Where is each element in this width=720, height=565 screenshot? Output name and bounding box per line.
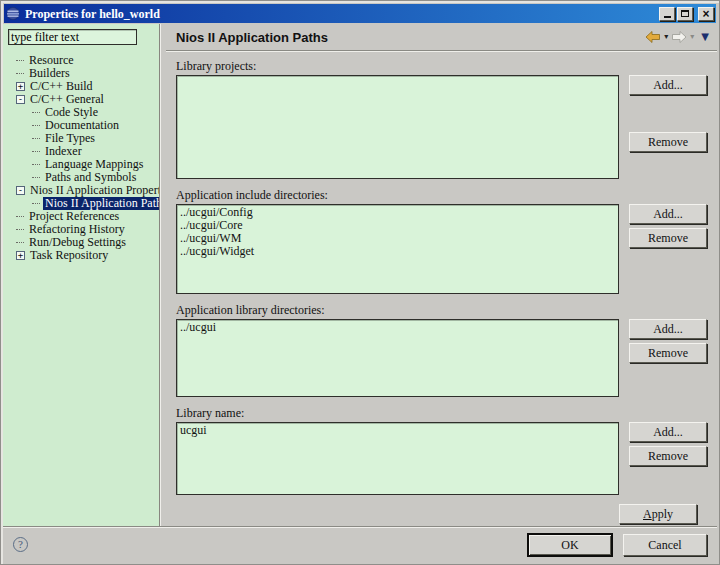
dialog-body: Resource Builders + C/C++ Build - C/C++ … [3, 24, 717, 526]
page-header: Nios II Application Paths ▾ ▾ ▼ [166, 24, 717, 51]
cancel-button[interactable]: Cancel [623, 534, 707, 556]
filter-input[interactable] [8, 29, 137, 45]
path-listbox[interactable]: ../ucgui/Config../ucgui/Core../ucgui/WM.… [176, 204, 619, 294]
section-buttons: Add... Remove [619, 319, 707, 397]
help-icon[interactable]: ? [13, 537, 28, 552]
path-listbox[interactable]: ucgui [176, 422, 619, 495]
tree-connector [32, 164, 40, 165]
tree-connector [32, 203, 40, 204]
list-item[interactable]: ../ucgui/Config [177, 206, 618, 219]
add-button[interactable]: Add... [629, 75, 707, 95]
dialog-footer: ? OK Cancel [3, 526, 717, 562]
expander-icon[interactable]: - [16, 186, 25, 195]
footer-buttons: OK Cancel [528, 534, 707, 556]
path-section: Library name: ucgui Add... Remove [176, 406, 707, 495]
list-item[interactable]: ../ucgui [177, 321, 618, 334]
add-button[interactable]: Add... [629, 204, 707, 224]
page-title: Nios II Application Paths [176, 30, 646, 45]
section-label: Application include directories: [176, 188, 707, 202]
ok-button[interactable]: OK [528, 534, 612, 556]
sidebar: Resource Builders + C/C++ Build - C/C++ … [3, 24, 160, 526]
properties-page: Nios II Application Paths ▾ ▾ ▼ Library … [166, 24, 717, 526]
forward-dropdown-icon[interactable]: ▾ [690, 33, 694, 41]
titlebar[interactable]: Properties for hello_world × [4, 4, 716, 23]
remove-button[interactable]: Remove [629, 446, 707, 466]
tree-item[interactable]: + Task Repository [8, 249, 159, 262]
list-item[interactable]: ../ucgui/Widget [177, 245, 618, 258]
tree-connector [16, 73, 24, 74]
view-menu-icon[interactable]: ▼ [701, 32, 709, 42]
tree-connector [16, 229, 24, 230]
remove-button[interactable]: Remove [629, 228, 707, 248]
minimize-button[interactable] [659, 7, 675, 21]
list-item[interactable]: ../ucgui/Core [177, 219, 618, 232]
path-section: Application library directories: ../ucgu… [176, 303, 707, 397]
minimize-icon [664, 16, 671, 18]
forward-arrow-icon[interactable] [672, 31, 686, 43]
add-button[interactable]: Add... [629, 422, 707, 442]
section-label: Application library directories: [176, 303, 707, 317]
maximize-button[interactable] [677, 7, 693, 21]
back-dropdown-icon[interactable]: ▾ [664, 33, 668, 41]
eclipse-icon [6, 7, 21, 20]
section-label: Library projects: [176, 59, 707, 73]
expander-icon[interactable]: + [16, 82, 25, 91]
tree-connector [32, 138, 40, 139]
path-section: Application include directories: ../ucgu… [176, 188, 707, 294]
path-listbox[interactable] [176, 75, 619, 179]
section-label: Library name: [176, 406, 707, 420]
close-button[interactable]: × [698, 7, 714, 21]
remove-button[interactable]: Remove [629, 132, 707, 152]
back-arrow-icon[interactable] [646, 31, 660, 43]
window-controls: × [659, 7, 714, 21]
tree-connector [16, 216, 24, 217]
tree-connector [32, 112, 40, 113]
section-buttons: Add... Remove [619, 204, 707, 294]
list-item[interactable]: ucgui [177, 424, 618, 437]
apply-button[interactable]: Apply [619, 504, 697, 524]
expander-icon[interactable]: + [16, 251, 25, 260]
tree-connector [16, 60, 24, 61]
path-listbox[interactable]: ../ucgui [176, 319, 619, 397]
path-section: Library projects: Add... Remove [176, 59, 707, 179]
tree-connector [16, 242, 24, 243]
window-title: Properties for hello_world [25, 7, 655, 21]
remove-button[interactable]: Remove [629, 343, 707, 363]
section-buttons: Add... Remove [619, 75, 707, 179]
section-buttons: Add... Remove [619, 422, 707, 495]
tree-connector [32, 177, 40, 178]
add-button[interactable]: Add... [629, 319, 707, 339]
properties-tree: Resource Builders + C/C++ Build - C/C++ … [8, 54, 159, 262]
maximize-icon [681, 10, 689, 17]
tree-connector [32, 125, 40, 126]
expander-icon[interactable]: - [16, 95, 25, 104]
properties-dialog: Properties for hello_world × Resource Bu… [0, 0, 720, 565]
close-icon: × [702, 9, 709, 19]
tree-item-label: Task Repository [28, 249, 110, 262]
tree-item[interactable]: File Types [8, 132, 159, 145]
page-content: Library projects: Add... Remove Applicat… [166, 51, 717, 526]
tree-connector [32, 151, 40, 152]
page-navigation: ▾ ▾ ▼ [646, 31, 709, 43]
